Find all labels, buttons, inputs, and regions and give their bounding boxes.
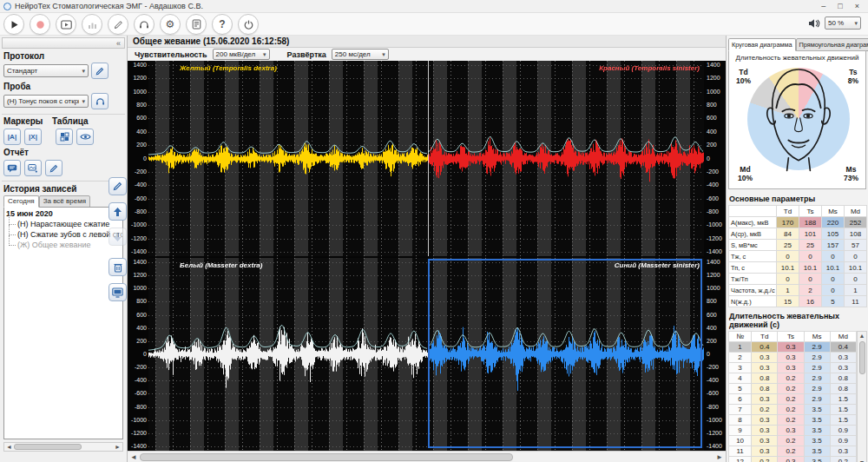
table-row[interactable]: 10.40.32.90.4: [729, 342, 857, 353]
temporalis-chart[interactable]: 1400120010008006004002000-200-400-600-80…: [128, 61, 726, 256]
scroll-left-icon[interactable]: ◄: [130, 453, 137, 461]
chart-hscrollbar[interactable]: ◄ ►: [128, 451, 726, 462]
headset-button[interactable]: [134, 14, 155, 35]
report-add-image-button[interactable]: [24, 160, 42, 176]
scroll-up-icon[interactable]: ▲: [859, 333, 865, 339]
diagram-tab[interactable]: Круговая диаграмма: [728, 38, 796, 51]
protocol-select[interactable]: Стандарт▾: [3, 64, 89, 77]
report-comment-button[interactable]: [3, 160, 21, 176]
y-tick-label: 600: [128, 312, 147, 318]
sweep-label: Развёртка: [287, 50, 326, 59]
pencil-icon: [114, 20, 123, 30]
video-review-button[interactable]: [56, 14, 76, 35]
trash-icon: [114, 262, 122, 273]
app-icon: [3, 3, 11, 10]
scroll-right-icon[interactable]: ►: [716, 453, 723, 461]
table-row[interactable]: Тж/Тп0000: [729, 274, 867, 285]
diagram-tab[interactable]: Прямоугольная диаграмма: [796, 38, 868, 51]
table-row[interactable]: 40.80.22.90.8: [729, 373, 857, 384]
scrollbar-thumb[interactable]: [140, 453, 513, 461]
sensitivity-select[interactable]: 200 мкВ/дел▾: [213, 49, 270, 60]
param-value-cell: 0: [822, 274, 845, 285]
minimize-icon[interactable]: –: [821, 2, 825, 10]
table-row[interactable]: N(ж.д.)1516511: [729, 296, 867, 307]
report-edit-button[interactable]: [45, 160, 62, 176]
delete-record-button[interactable]: [108, 258, 127, 276]
help-button[interactable]: ?: [212, 14, 233, 35]
report-button[interactable]: [186, 14, 207, 35]
durations-vscrollbar[interactable]: ▲ ▼: [857, 331, 867, 462]
histogram-button[interactable]: [82, 14, 102, 35]
row-number-cell: 10: [729, 436, 752, 446]
list-item[interactable]: (Ж) Общее жевание: [6, 241, 122, 249]
history-edit-button[interactable]: [108, 177, 127, 195]
table-row[interactable]: 50.80.22.90.8: [729, 384, 857, 394]
scroll-left-icon[interactable]: ◄: [6, 444, 12, 450]
param-name-header: [729, 206, 777, 217]
table-row[interactable]: S, мВ*мс252515757: [729, 240, 867, 251]
history-tab[interactable]: Сегодня: [3, 195, 39, 208]
scroll-right-icon[interactable]: ►: [115, 444, 121, 450]
settings-button[interactable]: ⚙: [160, 14, 181, 35]
time-cursor[interactable]: [428, 61, 429, 256]
param-name-cell: А(ср), мкВ: [729, 228, 777, 240]
table-view-button[interactable]: [76, 129, 94, 145]
probe-listen-button[interactable]: [91, 93, 108, 109]
move-up-button[interactable]: [108, 202, 127, 221]
table-row[interactable]: Тп, с10.110.110.110.1: [729, 262, 867, 274]
row-number-cell: 11: [729, 446, 752, 457]
table-row[interactable]: 90.30.33.50.9: [729, 426, 857, 436]
pie-label-md: Md 10%: [738, 166, 753, 183]
marker-a-button[interactable]: |A|: [3, 129, 21, 145]
table-row[interactable]: 70.20.23.51.5: [729, 405, 857, 415]
volume-select[interactable]: 50 %▾: [825, 16, 861, 30]
table-row[interactable]: Частота, ж.д./с1201: [729, 285, 867, 296]
param-value-cell: 10.1: [777, 262, 799, 274]
param-value-cell: 5: [822, 296, 845, 307]
list-item[interactable]: (Н) Нарастающее сжатие: [6, 220, 122, 228]
close-icon[interactable]: ×: [855, 2, 859, 10]
table-row[interactable]: 110.30.23.50.3: [729, 446, 857, 457]
sidebar-collapse-bar[interactable]: «: [2, 37, 125, 49]
table-grid-button[interactable]: [56, 129, 73, 145]
dual-screen-button[interactable]: [108, 283, 127, 301]
table-row[interactable]: Тж, с0000: [729, 251, 867, 262]
param-value-cell: 1: [777, 285, 799, 296]
record-button[interactable]: [30, 14, 50, 35]
sweep-select[interactable]: 250 мс/дел▾: [332, 49, 389, 60]
history-list[interactable]: 15 июн 2020(Н) Нарастающее сжатие(Н) Сжа…: [3, 207, 123, 439]
table-row[interactable]: 60.30.22.91.5: [729, 394, 857, 405]
table-row[interactable]: 100.30.23.50.9: [729, 436, 857, 446]
arrow-up-icon: [113, 207, 122, 217]
row-number-cell: 2: [729, 353, 752, 363]
protocol-edit-button[interactable]: [91, 63, 108, 79]
history-tab[interactable]: За всё время: [39, 195, 90, 208]
table-row[interactable]: А(ср), мкВ84101105108: [729, 228, 867, 240]
maximize-icon[interactable]: □: [838, 2, 842, 10]
history-hscrollbar[interactable]: ◄ ►: [3, 442, 123, 452]
y-tick-label: 1000: [707, 89, 726, 95]
speaker-icon[interactable]: [808, 18, 820, 29]
selection-region[interactable]: [428, 259, 702, 448]
masseter-chart[interactable]: 1400120010008006004002000-200-400-600-80…: [128, 258, 726, 451]
video-icon: [61, 20, 72, 30]
scrollbar-thumb[interactable]: [859, 341, 865, 374]
list-item[interactable]: (Н) Сжатие зубов с левой стороны: [6, 230, 122, 239]
durations-table[interactable]: №TdTsMsMd10.40.32.90.420.30.32.90.330.30…: [728, 331, 857, 462]
probe-select[interactable]: (Н) Тонус покоя с открытыми глаз▾: [3, 95, 89, 108]
table-row[interactable]: 30.30.32.90.3: [729, 363, 857, 373]
probe-label: Проба: [3, 82, 123, 91]
power-button[interactable]: [238, 14, 259, 35]
duration-value-cell: 0.3: [778, 353, 804, 363]
table-row[interactable]: 20.30.32.90.3: [729, 353, 857, 363]
gear-icon: ⚙: [166, 19, 175, 30]
marker-x-button[interactable]: |X|: [24, 129, 42, 145]
move-down-button[interactable]: [108, 228, 127, 246]
scrollbar-thumb[interactable]: [14, 444, 82, 450]
edit-button[interactable]: [108, 14, 128, 35]
emg-waveform-canvas[interactable]: [148, 61, 704, 256]
play-button[interactable]: [3, 14, 24, 35]
table-row[interactable]: 80.30.23.51.5: [729, 415, 857, 426]
table-row[interactable]: А(макс), мкВ170188220252: [729, 217, 867, 228]
table-row[interactable]: 120.20.33.50.2: [729, 457, 857, 462]
